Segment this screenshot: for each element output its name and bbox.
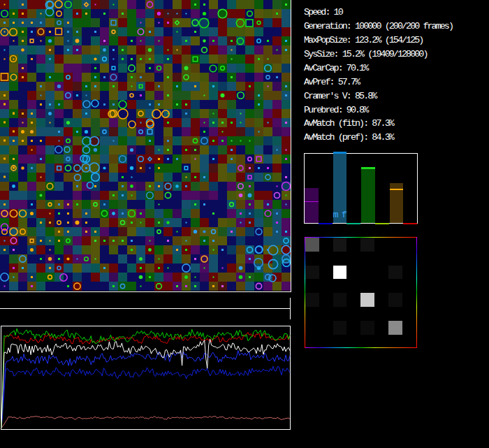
svg-text:Purebred: 90.8%: Purebred: 90.8% [304, 105, 370, 115]
svg-text:AvMatch (fitn): 87.3%: AvMatch (fitn): 87.3% [304, 118, 395, 129]
svg-text:SysSize: 15.2% (19409/128000): SysSize: 15.2% (19409/128000) [304, 49, 428, 59]
svg-text:AvCarCap: 70.1%: AvCarCap: 70.1% [304, 63, 370, 73]
svg-text:Speed: 10: Speed: 10 [304, 7, 344, 17]
svg-text:AvMatch (pref): 84.3%: AvMatch (pref): 84.3% [304, 132, 395, 143]
svg-text:AvPref: 57.7%: AvPref: 57.7% [304, 77, 361, 87]
svg-text:Generation: 100000 (200/200 fr: Generation: 100000 (200/200 frames) [304, 21, 453, 31]
svg-text:MaxPopSize: 123.2% (154/125): MaxPopSize: 123.2% (154/125) [304, 35, 423, 45]
svg-text:Cramer's V: 85.8%: Cramer's V: 85.8% [304, 91, 378, 101]
svg-text:m f: m f [333, 210, 347, 220]
